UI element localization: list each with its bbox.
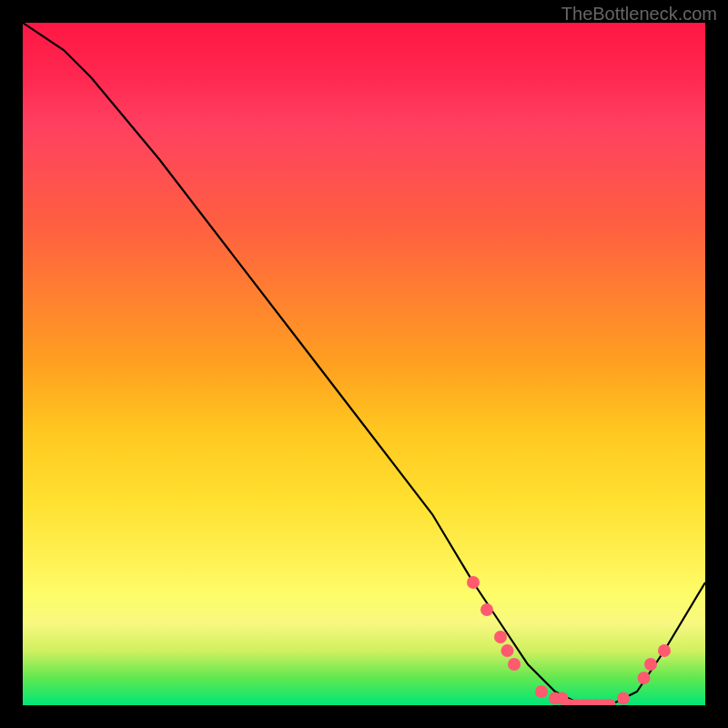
chart-background [23,23,705,705]
watermark-text: TheBottleneck.com [561,4,717,25]
